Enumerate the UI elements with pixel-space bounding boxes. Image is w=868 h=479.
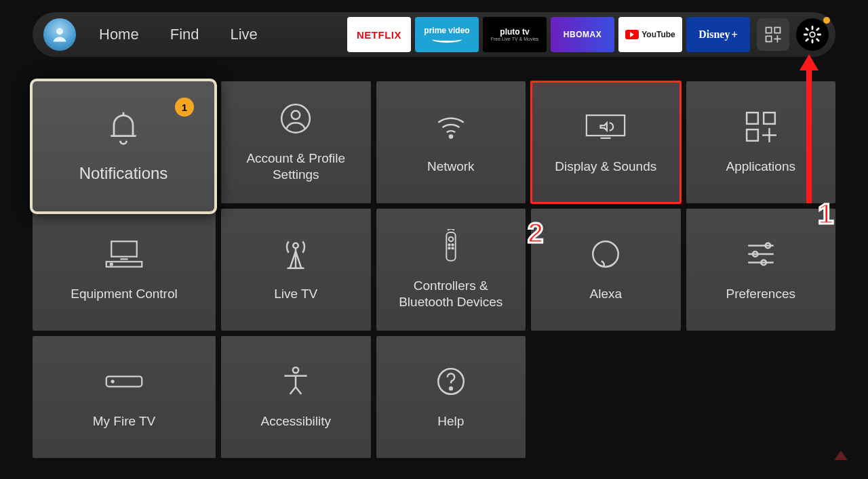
app-disney-plus[interactable]: Disney+: [686, 17, 750, 52]
top-navbar: Home Find Live NETFLIX prime video pluto…: [33, 12, 835, 57]
tile-label: Equipment Control: [71, 286, 177, 302]
svg-rect-3: [766, 36, 772, 41]
settings-button[interactable]: [796, 18, 829, 51]
remote-icon: [431, 229, 471, 263]
notification-dot-icon: [823, 17, 830, 24]
watermark-icon: [834, 451, 848, 460]
svg-rect-14: [764, 112, 775, 124]
app-sublabel: Free Live TV & Movies: [491, 37, 539, 42]
settings-grid: 1 Notifications Account & Profile Settin…: [33, 81, 835, 458]
svg-point-24: [448, 237, 453, 242]
svg-point-38: [293, 367, 298, 373]
svg-point-6: [810, 32, 814, 37]
tile-network[interactable]: Network: [376, 81, 526, 203]
app-label: pluto tv: [500, 28, 529, 37]
app-hbomax[interactable]: HBOMAX: [551, 17, 614, 52]
nav-home[interactable]: Home: [99, 26, 139, 43]
tile-live-tv[interactable]: Live TV: [221, 209, 371, 331]
tile-label: Alexa: [589, 286, 622, 302]
tile-preferences[interactable]: Preferences: [686, 209, 836, 331]
profile-avatar[interactable]: [43, 18, 76, 51]
notification-badge: 1: [175, 98, 194, 117]
svg-point-28: [452, 247, 453, 249]
tile-accessibility[interactable]: Accessibility: [221, 336, 371, 458]
svg-rect-2: [774, 28, 780, 33]
tile-label: Accessibility: [261, 413, 331, 430]
tile-help[interactable]: Help: [376, 336, 526, 458]
svg-point-0: [56, 28, 63, 35]
equipment-icon: [104, 237, 144, 271]
tile-applications[interactable]: Applications: [686, 81, 836, 203]
tile-account[interactable]: Account & Profile Settings: [221, 81, 371, 203]
svg-point-27: [448, 247, 450, 249]
app-label: prime video: [424, 26, 469, 35]
youtube-icon: [625, 30, 639, 39]
tile-label: Applications: [726, 159, 795, 175]
app-youtube[interactable]: YouTube: [618, 17, 682, 52]
svg-point-37: [112, 381, 114, 383]
sliders-icon: [741, 237, 781, 271]
app-label: YouTube: [642, 30, 675, 39]
svg-rect-1: [766, 28, 772, 33]
tile-label: Preferences: [726, 286, 795, 302]
tile-label: Display & Sounds: [555, 159, 656, 175]
tile-label: Live TV: [274, 286, 317, 302]
app-shortcut-strip: NETFLIX prime video pluto tv Free Live T…: [347, 17, 750, 52]
firetv-icon: [104, 365, 144, 398]
app-label: Disney: [698, 28, 730, 41]
app-pluto-tv[interactable]: pluto tv Free Live TV & Movies: [483, 17, 547, 52]
prime-swoosh-icon: [432, 36, 462, 43]
tile-label: Help: [437, 413, 464, 430]
apps-grid-button[interactable]: [757, 18, 789, 51]
svg-point-9: [292, 111, 300, 120]
accessibility-icon: [275, 365, 316, 398]
apps-icon: [741, 110, 781, 144]
tile-label: Account & Profile Settings: [231, 150, 361, 183]
svg-point-40: [450, 388, 452, 390]
svg-rect-13: [747, 112, 758, 124]
apps-grid-icon: [764, 25, 783, 44]
nav-live[interactable]: Live: [230, 26, 257, 43]
svg-point-29: [593, 241, 619, 267]
svg-point-25: [448, 244, 450, 245]
plus-icon: +: [731, 28, 737, 41]
svg-point-26: [452, 244, 453, 245]
tile-equipment[interactable]: Equipment Control: [33, 209, 216, 331]
tile-label: Controllers & Bluetooth Devices: [386, 278, 517, 310]
account-icon: [275, 102, 316, 136]
alexa-icon: [585, 237, 626, 271]
person-icon: [50, 25, 69, 44]
app-netflix[interactable]: NETFLIX: [347, 17, 411, 52]
tile-display-sounds[interactable]: Display & Sounds: [531, 81, 681, 203]
svg-point-10: [450, 136, 452, 138]
tile-my-fire-tv[interactable]: My Fire TV: [33, 336, 216, 458]
nav-find[interactable]: Find: [170, 26, 199, 43]
svg-point-22: [294, 243, 299, 249]
svg-rect-11: [587, 115, 625, 136]
svg-point-21: [111, 264, 113, 266]
tile-notifications[interactable]: 1 Notifications: [30, 79, 217, 214]
svg-rect-15: [747, 129, 758, 141]
tile-alexa[interactable]: Alexa: [531, 209, 681, 331]
app-prime-video[interactable]: prime video: [415, 17, 479, 52]
svg-rect-18: [111, 241, 137, 257]
nav-links: Home Find Live: [99, 26, 258, 43]
display-icon: [585, 110, 626, 144]
tile-label: My Fire TV: [93, 413, 156, 430]
tile-controllers[interactable]: Controllers & Bluetooth Devices: [376, 209, 526, 331]
antenna-icon: [275, 237, 316, 271]
tile-label: Notifications: [79, 163, 168, 184]
wifi-icon: [431, 110, 471, 144]
gear-icon: [803, 25, 822, 44]
bell-icon: [103, 109, 144, 147]
tile-label: Network: [427, 159, 475, 175]
help-icon: [431, 365, 471, 398]
